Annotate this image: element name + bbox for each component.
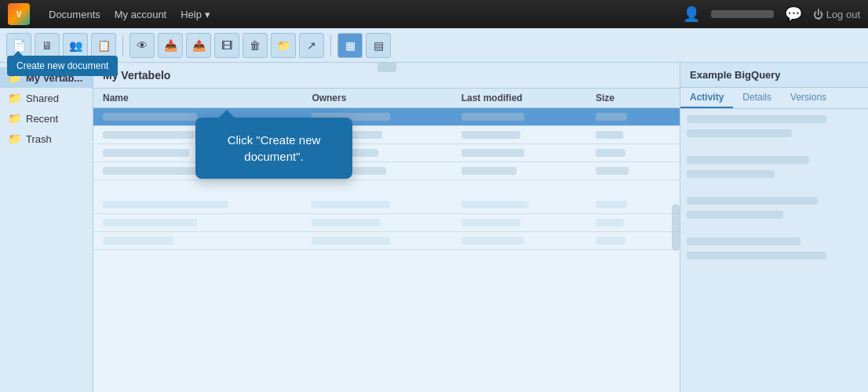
sidebar: 📁 My Vertab... 📁 Shared 📁 Recent 📁 Trash <box>0 63 93 392</box>
nav-right: 👤 💬 ⏻ Log out <box>683 5 860 23</box>
tab-activity[interactable]: Activity <box>680 88 733 108</box>
right-panel-title-text: Example BigQuery <box>690 69 781 81</box>
toolbar: 📄 Create new document 🖥 👥 📋 👁 📥 📤 🎞 🗑 📁 … <box>0 28 868 63</box>
share-icon: 👥 <box>69 39 82 52</box>
history-icon: 🎞 <box>221 39 232 52</box>
tab-versions[interactable]: Versions <box>781 88 836 108</box>
new-doc-icon: 📄 <box>13 39 26 52</box>
power-icon: ⏻ <box>813 9 823 20</box>
top-navigation: V Documents My account Help ▾ 👤 💬 ⏻ Log … <box>0 0 868 28</box>
content-area: My Vertabelo Name Owners Last modified S… <box>93 63 680 392</box>
table-header: Name Owners Last modified Size <box>93 89 680 108</box>
nav-my-account[interactable]: My account <box>115 9 166 20</box>
archive-icon: 📁 <box>277 39 290 52</box>
right-panel: Example BigQuery Activity Details Versio… <box>680 63 868 392</box>
table-row[interactable] <box>93 232 680 250</box>
nav-links: Documents My account Help ▾ <box>49 9 667 20</box>
right-panel-content <box>680 109 868 272</box>
sidebar-label-trash: Trash <box>26 133 52 145</box>
external-link-icon: ↗ <box>307 39 316 52</box>
callout-tooltip: Click "Create new document". <box>195 118 352 179</box>
table-row[interactable] <box>93 196 680 214</box>
col-header-owners: Owners <box>312 93 461 103</box>
col-header-size: Size <box>596 93 670 103</box>
history-button[interactable]: 🎞 <box>214 33 239 58</box>
table-row[interactable] <box>93 144 680 162</box>
content-title: My Vertabelo <box>103 69 170 82</box>
table-row[interactable] <box>93 126 680 144</box>
logo: V <box>8 3 33 25</box>
copy-button[interactable]: 📋 <box>91 33 116 58</box>
export-icon: 📤 <box>192 39 206 52</box>
col-header-name: Name <box>103 93 312 103</box>
scroll-top-indicator <box>377 63 396 72</box>
folder-icon-trash: 📁 <box>8 132 21 145</box>
grid-icon: ▦ <box>345 39 356 52</box>
logout-label: Log out <box>826 9 860 20</box>
share-button[interactable]: 👥 <box>63 33 88 58</box>
right-panel-title: Example BigQuery <box>680 63 868 88</box>
table-row[interactable] <box>93 108 680 126</box>
row-spacer <box>93 180 680 196</box>
right-panel-tabs: Activity Details Versions <box>680 88 868 109</box>
eye-icon: 👁 <box>137 39 148 52</box>
sidebar-label-my-vertabelo: My Vertab... <box>26 72 82 84</box>
monitor-icon: 🖥 <box>42 39 53 52</box>
sidebar-item-shared[interactable]: 📁 Shared <box>0 88 93 108</box>
folder-icon-shared: 📁 <box>8 92 21 104</box>
nav-documents[interactable]: Documents <box>49 9 100 20</box>
sidebar-label-recent: Recent <box>26 113 58 125</box>
open-new-window-button[interactable]: ↗ <box>299 33 324 58</box>
copy-icon: 📋 <box>97 39 111 52</box>
col-header-modified: Last modified <box>461 93 596 103</box>
table-row[interactable] <box>93 162 680 180</box>
user-name-placeholder <box>711 10 774 18</box>
toolbar-separator-2 <box>330 34 331 56</box>
toolbar-separator-1 <box>122 34 123 56</box>
sidebar-item-my-vertabelo[interactable]: 📁 My Vertab... <box>0 67 93 88</box>
main-layout: 📁 My Vertab... 📁 Shared 📁 Recent 📁 Trash… <box>0 63 868 392</box>
import-button[interactable]: 📥 <box>158 33 183 58</box>
export-button[interactable]: 📤 <box>186 33 211 58</box>
archive-button[interactable]: 📁 <box>271 33 296 58</box>
user-icon[interactable]: 👤 <box>683 5 700 23</box>
sidebar-item-recent[interactable]: 📁 Recent <box>0 108 93 129</box>
table-row[interactable] <box>93 214 680 232</box>
preview-button[interactable]: 👁 <box>129 33 155 58</box>
callout-text: Click "Create new document". <box>228 133 321 163</box>
import-icon: 📥 <box>164 39 177 52</box>
view-list-button[interactable]: ▤ <box>366 33 391 58</box>
tab-details[interactable]: Details <box>733 88 781 108</box>
scroll-right-indicator <box>672 204 680 251</box>
logout-button[interactable]: ⏻ Log out <box>813 9 860 20</box>
logo-icon: V <box>8 3 30 25</box>
trash-icon: 🗑 <box>250 39 261 52</box>
sidebar-item-trash[interactable]: 📁 Trash <box>0 129 93 149</box>
nav-help[interactable]: Help ▾ <box>181 9 210 20</box>
view-grid-button[interactable]: ▦ <box>337 33 363 58</box>
open-diagram-button[interactable]: 🖥 <box>35 33 60 58</box>
create-new-document-button[interactable]: 📄 Create new document <box>6 33 31 58</box>
list-icon: ▤ <box>374 39 384 52</box>
delete-button[interactable]: 🗑 <box>243 33 268 58</box>
chat-icon[interactable]: 💬 <box>785 5 802 23</box>
folder-icon-my-vertabelo: 📁 <box>8 71 21 84</box>
folder-icon-recent: 📁 <box>8 112 21 125</box>
sidebar-label-shared: Shared <box>26 93 59 104</box>
